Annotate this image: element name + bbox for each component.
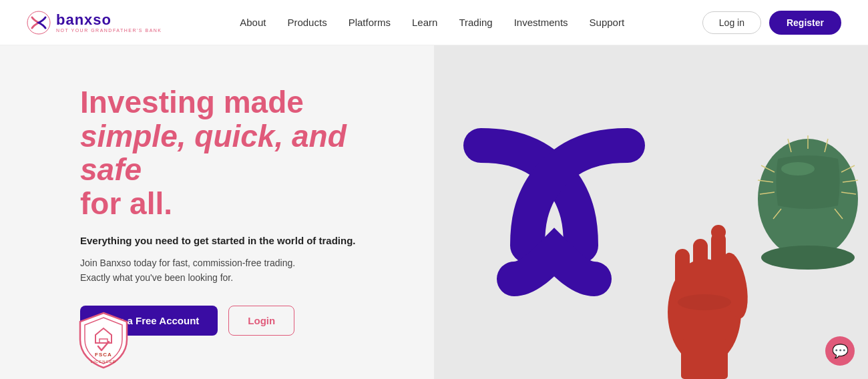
hero-subheading: Everything you need to get started in th…: [80, 234, 381, 249]
nav-item-investments[interactable]: Investments: [514, 17, 568, 29]
hero-right: 💬: [434, 45, 868, 379]
cactus-illustration: [748, 65, 868, 319]
hero-section: Investing made simple, quick, and safe f…: [0, 45, 868, 379]
svg-point-10: [678, 294, 731, 310]
hero-headline-3: for all.: [80, 187, 381, 221]
nav-item-trading[interactable]: Trading: [459, 17, 492, 29]
svg-text:FSCA: FSCA: [95, 352, 112, 358]
logo-name: banxso: [56, 12, 162, 28]
hero-left: Investing made simple, quick, and safe f…: [0, 45, 434, 379]
nav-item-platforms[interactable]: Platforms: [349, 17, 391, 29]
login-button[interactable]: Log in: [702, 11, 761, 34]
nav-item-about[interactable]: About: [240, 17, 266, 29]
svg-point-25: [761, 246, 855, 270]
register-button[interactable]: Register: [769, 11, 841, 35]
chat-button[interactable]: 💬: [825, 336, 855, 366]
nav-links: About Products Platforms Learn Trading I…: [240, 17, 624, 29]
chat-icon: 💬: [832, 343, 849, 359]
nav-item-products[interactable]: Products: [287, 17, 327, 29]
svg-point-9: [711, 225, 726, 240]
fsca-badge: FSCA LICENCED: [73, 310, 134, 372]
logo-icon: [27, 11, 51, 35]
nav-actions: Log in Register: [702, 11, 841, 35]
nav-item-learn[interactable]: Learn: [412, 17, 437, 29]
svg-point-26: [781, 162, 815, 175]
hero-headline-1: Investing made: [80, 85, 381, 119]
hero-body: Join Banxso today for fast, commission-f…: [80, 256, 327, 286]
logo[interactable]: banxso NOT YOUR GRANDFATHER'S BANK: [27, 11, 162, 35]
svg-rect-4: [681, 339, 728, 379]
brand-logo-bg: [461, 105, 648, 319]
nav-item-support[interactable]: Support: [590, 17, 625, 29]
svg-rect-6: [711, 232, 726, 299]
svg-rect-7: [693, 239, 708, 302]
hero-login-button[interactable]: Login: [228, 306, 294, 336]
fsca-badge-svg: FSCA LICENCED: [73, 310, 134, 370]
logo-tagline: NOT YOUR GRANDFATHER'S BANK: [56, 28, 162, 33]
navbar: banxso NOT YOUR GRANDFATHER'S BANK About…: [0, 0, 868, 45]
red-hand-illustration: [654, 99, 761, 379]
hero-headline: Investing made simple, quick, and safe f…: [80, 85, 381, 220]
hero-headline-2: simple, quick, and safe: [80, 119, 381, 187]
svg-text:LICENCED: LICENCED: [91, 360, 116, 364]
logo-text: banxso NOT YOUR GRANDFATHER'S BANK: [56, 12, 162, 33]
